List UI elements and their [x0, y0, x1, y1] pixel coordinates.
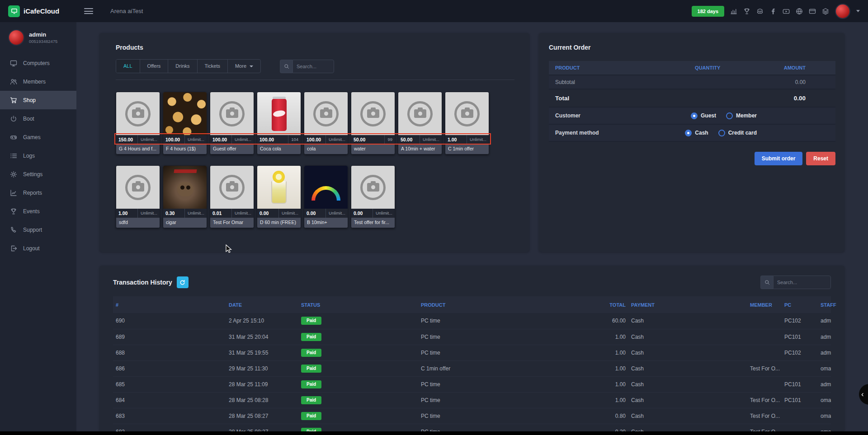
- payment-option-credit-card[interactable]: Credit card: [718, 130, 757, 136]
- product-card[interactable]: 100.00Unlimit...cola: [304, 92, 348, 154]
- refresh-button[interactable]: [177, 276, 189, 288]
- product-card[interactable]: 1.00Unlimit...sdfd: [116, 165, 160, 228]
- column-header-status[interactable]: STATUS: [298, 296, 418, 313]
- status-badge: Paid: [301, 365, 321, 373]
- sidebar-item-shop[interactable]: Shop: [0, 91, 76, 109]
- transaction-row[interactable]: 68428 Mar 25 08:28PaidPC time1.00CashTes…: [113, 392, 831, 408]
- sidebar-item-games[interactable]: Games: [0, 128, 76, 146]
- payment-option-cash[interactable]: Cash: [685, 130, 708, 136]
- column-header-amount: AMOUNT: [751, 65, 829, 70]
- cell-staff: admin: [818, 329, 831, 345]
- product-card[interactable]: 0.01Unlimit...Test For Omar: [210, 165, 254, 228]
- sidebar-item-label: Shop: [23, 97, 36, 103]
- column-header-date[interactable]: DATE: [226, 296, 298, 313]
- cell-status: Paid: [298, 408, 418, 424]
- tab-tickets[interactable]: Tickets: [198, 60, 228, 73]
- cell-total: 0.80: [567, 408, 628, 424]
- product-card[interactable]: 100.00104Coca cola: [257, 92, 301, 154]
- product-card[interactable]: 100.00Unlimit...Guest offer: [210, 92, 254, 154]
- product-image-gauge: [304, 166, 348, 209]
- sidebar-item-reports[interactable]: Reports: [0, 183, 76, 202]
- globe-icon[interactable]: [796, 8, 803, 15]
- column-header-staff[interactable]: STAFF: [818, 296, 831, 313]
- product-name: C 1min offer: [445, 144, 489, 154]
- customer-option-member[interactable]: Member: [726, 112, 757, 119]
- cell-id: 683: [113, 408, 226, 424]
- status-badge: Paid: [301, 412, 321, 420]
- license-days-badge[interactable]: 182 days: [692, 6, 724, 17]
- product-stock: Unlimit...: [467, 135, 486, 144]
- product-name: sdfd: [116, 218, 160, 228]
- products-search-input[interactable]: [292, 60, 334, 73]
- product-card[interactable]: 100.00Unlimit...F 4 hours (1$): [163, 92, 207, 154]
- product-card[interactable]: 0.00Unlimit...Test offer for fir...: [351, 165, 395, 228]
- sidebar-item-support[interactable]: Support: [0, 220, 76, 239]
- youtube-icon[interactable]: [783, 8, 790, 15]
- reset-button[interactable]: Reset: [806, 152, 835, 165]
- transaction-row[interactable]: 68528 Mar 25 11:09PaidPC time1.00CashPC1…: [113, 376, 831, 392]
- transactions-search-input[interactable]: [773, 276, 831, 289]
- tab-offers[interactable]: Offers: [140, 60, 169, 73]
- status-badge: Paid: [301, 333, 321, 341]
- column-header-pc[interactable]: PC: [782, 296, 818, 313]
- product-card[interactable]: 50.0099water: [351, 92, 395, 154]
- sidebar-item-logout[interactable]: Logout: [0, 239, 76, 257]
- payment-method-row: Payment method CashCredit card: [549, 125, 835, 142]
- current-order-panel: Current Order PRODUCT QUANTITY AMOUNT Su…: [539, 33, 844, 252]
- cell-date: 28 Mar 25 08:27: [226, 408, 298, 424]
- product-card[interactable]: 50.00Unlimit...A 10min + water: [398, 92, 442, 154]
- brand[interactable]: iCafeCloud: [8, 5, 76, 17]
- product-name: B 10min+: [304, 218, 348, 228]
- sidebar-item-logs[interactable]: Logs: [0, 146, 76, 165]
- tab-all[interactable]: ALL: [116, 60, 140, 73]
- column-header-quantity: QUANTITY: [664, 65, 751, 70]
- chevron-down-icon[interactable]: [856, 10, 860, 12]
- sidebar-item-members[interactable]: Members: [0, 72, 76, 91]
- menu-toggle-icon[interactable]: [84, 8, 93, 14]
- discord-icon[interactable]: [756, 8, 764, 15]
- product-card[interactable]: 150.00Unlimit...G 4 Hours and f...: [116, 92, 160, 154]
- transactions-header-row: #DATESTATUSPRODUCTTOTALPAYMENTMEMBERPCST…: [113, 296, 831, 313]
- divider: [116, 80, 514, 80]
- cell-product: PC time: [418, 329, 567, 345]
- user-avatar[interactable]: [835, 4, 850, 19]
- radio-checked-icon: [685, 130, 692, 136]
- column-header-total[interactable]: TOTAL: [567, 296, 628, 313]
- sidebar-item-boot[interactable]: Boot: [0, 109, 76, 128]
- search-icon[interactable]: [760, 276, 773, 289]
- column-header-payment[interactable]: PAYMENT: [628, 296, 747, 313]
- transaction-row[interactable]: 6902 Apr 25 15:10PaidPC time60.00CashPC1…: [113, 313, 831, 329]
- facebook-icon[interactable]: [769, 8, 777, 15]
- stats-icon[interactable]: [730, 8, 737, 15]
- column-header-id[interactable]: #: [113, 296, 226, 313]
- column-header-product[interactable]: PRODUCT: [418, 296, 567, 313]
- product-price: 0.30: [165, 210, 175, 216]
- product-card[interactable]: 0.30Unlimit...cigar: [163, 165, 207, 228]
- sidebar-item-settings[interactable]: Settings: [0, 165, 76, 183]
- submit-order-button[interactable]: Submit order: [755, 152, 803, 165]
- camera-placeholder-icon: [360, 101, 386, 126]
- transaction-row[interactable]: 68328 Mar 25 08:27PaidPC time0.80CashTes…: [113, 408, 831, 424]
- cell-payment: Cash: [628, 376, 747, 392]
- cell-pc: PC102: [782, 345, 818, 360]
- transaction-row[interactable]: 68931 Mar 25 20:04PaidPC time1.00CashPC1…: [113, 329, 831, 345]
- product-stock: Unlimit...: [137, 135, 157, 144]
- transaction-row[interactable]: 68831 Mar 25 19:55PaidPC time1.00CashPC1…: [113, 345, 831, 360]
- sidebar-user[interactable]: admin 005193482475: [0, 22, 76, 54]
- trophy-icon[interactable]: [743, 8, 750, 15]
- product-card[interactable]: 0.00Unlimit...B 10min+: [304, 165, 348, 228]
- tab-drinks[interactable]: Drinks: [168, 60, 197, 73]
- layers-icon[interactable]: [822, 8, 829, 15]
- customer-option-guest[interactable]: Guest: [691, 112, 716, 119]
- search-icon[interactable]: [280, 60, 292, 73]
- column-header-member[interactable]: MEMBER: [747, 296, 782, 313]
- transaction-row[interactable]: 68228 Mar 25 08:27PaidPC time0.20CashTes…: [113, 424, 831, 431]
- sidebar-item-events[interactable]: Events: [0, 202, 76, 220]
- product-card[interactable]: 1.00Unlimit...C 1min offer: [445, 92, 489, 154]
- cell-status: Paid: [298, 345, 418, 360]
- sidebar-item-computers[interactable]: Computers: [0, 54, 76, 72]
- transaction-row[interactable]: 68629 Mar 25 11:30PaidC 1min offer1.00Ca…: [113, 360, 831, 376]
- tab-more[interactable]: More: [228, 60, 260, 73]
- wallet-icon[interactable]: [809, 8, 816, 15]
- product-card[interactable]: 0.00Unlimit...D 60 min (FREE): [257, 165, 301, 228]
